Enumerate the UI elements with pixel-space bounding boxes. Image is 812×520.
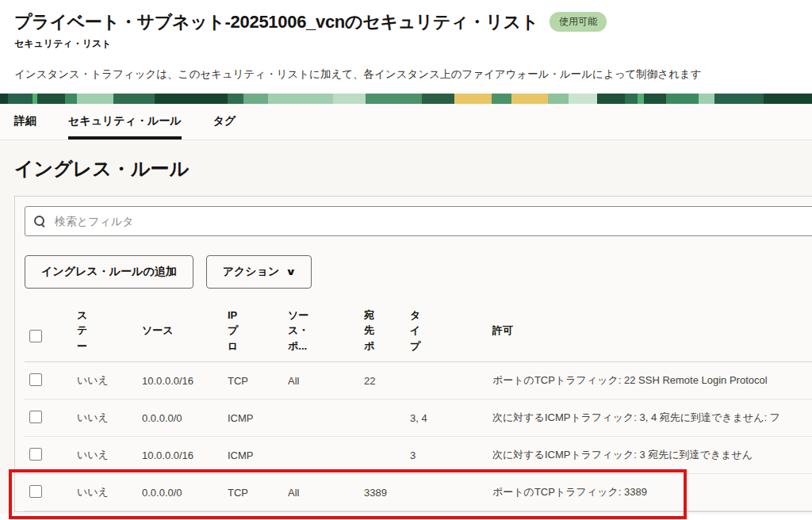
cell-source-port: All	[288, 487, 364, 499]
select-all-checkbox[interactable]	[29, 330, 42, 342]
cell-allows: 次に対するICMPトラフィック: 3, 4 宛先に到達できません: フ	[492, 411, 812, 425]
table-header-row: ス テ ー ソース IP プ ロ ソー ス・ ポ... 宛 先 ポ タ イ プ …	[25, 303, 812, 363]
row-select-cell	[25, 448, 77, 463]
select-all-cell	[25, 315, 77, 347]
row-checkbox[interactable]	[29, 448, 42, 461]
cell-source-port: All	[288, 375, 364, 387]
row-select-cell	[25, 373, 77, 388]
col-source-port: ソー ス・ ポ...	[288, 308, 364, 354]
col-dest-port: 宛 先 ポ	[364, 308, 410, 354]
cell-ip-protocol: ICMP	[228, 449, 288, 461]
toolbar: イングレス・ルールの追加 アクション ∨	[25, 255, 812, 289]
status-badge: 使用可能	[550, 12, 607, 32]
page-header: プライベート・サブネット-20251006_vcnのセキュリティ・リスト 使用可…	[0, 0, 812, 82]
cell-type: 3, 4	[410, 412, 492, 424]
col-allows: 許可	[492, 323, 812, 338]
cell-type: 3	[410, 449, 492, 461]
tab-bar: 詳細 セキュリティ・ルール タグ	[0, 104, 812, 140]
cell-ip-protocol: TCP	[228, 375, 288, 387]
cell-allows: ポートのTCPトラフィック: 3389	[492, 485, 812, 499]
content-area: イングレス・ルール イングレス・ルールの追加 アクション ∨ ス テ ー ソース…	[0, 140, 812, 514]
search-box[interactable]	[25, 206, 812, 236]
table-row[interactable]: いいえ 10.0.0.0/16 TCP All 22 ポートのTCPトラフィック…	[25, 362, 812, 400]
cell-stateless: いいえ	[77, 411, 142, 425]
cell-dest-port: 3389	[364, 487, 410, 499]
cell-allows: ポートのTCPトラフィック: 22 SSH Remote Login Proto…	[492, 373, 812, 388]
decorative-banner	[0, 94, 812, 104]
cell-source: 10.0.0.0/16	[142, 449, 228, 461]
col-stateless: ス テ ー	[77, 308, 142, 354]
cell-stateless: いいえ	[77, 485, 142, 499]
chevron-down-icon: ∨	[285, 266, 297, 277]
col-ip-protocol: IP プ ロ	[228, 308, 288, 354]
col-type: タ イ プ	[410, 308, 492, 354]
search-icon	[33, 215, 46, 228]
cell-ip-protocol: ICMP	[228, 412, 288, 424]
cell-source: 10.0.0.0/16	[142, 375, 228, 387]
table-row[interactable]: いいえ 10.0.0.0/16 ICMP 3 次に対するICMPトラフィック: …	[25, 437, 812, 474]
tab-tags[interactable]: タグ	[213, 104, 236, 140]
cell-allows: 次に対するICMPトラフィック: 3 宛先に到達できません	[492, 448, 812, 462]
cell-dest-port: 22	[364, 375, 410, 387]
resource-type-label: セキュリティ・リスト	[14, 37, 798, 51]
row-checkbox[interactable]	[29, 485, 42, 498]
table-row[interactable]: いいえ 0.0.0.0/0 ICMP 3, 4 次に対するICMPトラフィック:…	[25, 400, 812, 437]
ingress-rules-table: ス テ ー ソース IP プ ロ ソー ス・ ポ... 宛 先 ポ タ イ プ …	[25, 303, 812, 512]
cell-stateless: いいえ	[77, 373, 142, 388]
cell-stateless: いいえ	[77, 448, 142, 462]
info-text: インスタンス・トラフィックは、このセキュリティ・リストに加えて、各インスタンス上…	[14, 67, 798, 82]
tab-security-rules[interactable]: セキュリティ・ルール	[68, 104, 182, 140]
table-body: いいえ 10.0.0.0/16 TCP All 22 ポートのTCPトラフィック…	[25, 362, 812, 511]
page-title: プライベート・サブネット-20251006_vcnのセキュリティ・リスト	[14, 10, 538, 35]
col-source: ソース	[142, 323, 228, 338]
tab-details[interactable]: 詳細	[14, 104, 36, 140]
section-heading: イングレス・ルール	[14, 156, 812, 182]
search-input[interactable]	[53, 214, 812, 228]
table-row[interactable]: いいえ 0.0.0.0/0 TCP All 3389 ポートのTCPトラフィック…	[25, 474, 812, 511]
row-select-cell	[25, 485, 77, 500]
add-ingress-rule-button[interactable]: イングレス・ルールの追加	[25, 255, 193, 289]
cell-source: 0.0.0.0/0	[142, 412, 228, 424]
row-checkbox[interactable]	[29, 373, 42, 386]
cell-ip-protocol: TCP	[228, 487, 288, 499]
ingress-rules-card: イングレス・ルールの追加 アクション ∨ ス テ ー ソース IP プ ロ ソー…	[14, 196, 812, 513]
add-ingress-rule-label: イングレス・ルールの追加	[41, 265, 177, 279]
row-checkbox[interactable]	[29, 411, 42, 423]
actions-button[interactable]: アクション ∨	[206, 255, 312, 289]
actions-label: アクション	[223, 265, 280, 279]
row-select-cell	[25, 411, 77, 426]
cell-source: 0.0.0.0/0	[142, 487, 228, 499]
